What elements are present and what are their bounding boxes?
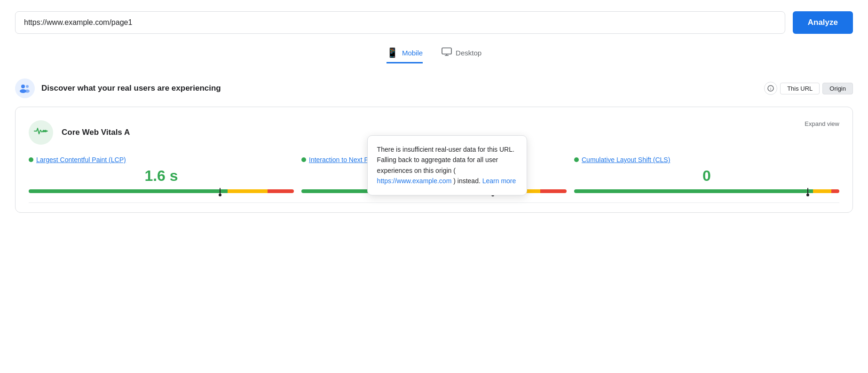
metric-cls: Cumulative Layout Shift (CLS) 0 <box>574 156 839 193</box>
tab-desktop-label: Desktop <box>456 49 481 57</box>
svg-point-3 <box>21 85 25 88</box>
section-title: Discover what your real users are experi… <box>41 84 221 93</box>
lcp-dot <box>29 157 33 162</box>
cls-dot <box>574 157 579 162</box>
lcp-value: 1.6 s <box>29 167 294 185</box>
tab-desktop[interactable]: Desktop <box>442 47 481 63</box>
cwv-icon <box>34 126 48 139</box>
url-origin-toggle: i This URL Origin <box>764 82 853 95</box>
tooltip-popup: There is insufficient real-user data for… <box>367 135 527 195</box>
tab-mobile-label: Mobile <box>402 49 423 57</box>
inp-dot <box>301 157 306 162</box>
analyze-button[interactable]: Analyze <box>793 11 853 34</box>
cls-bar <box>574 189 839 193</box>
lcp-bar <box>29 189 294 193</box>
device-tabs: 📱 Mobile Desktop <box>15 47 853 63</box>
section-avatar <box>15 78 35 98</box>
svg-point-10 <box>45 130 47 132</box>
svg-rect-0 <box>442 48 451 54</box>
this-url-toggle[interactable]: This URL <box>780 83 820 94</box>
section-title-group: Discover what your real users are experi… <box>15 78 221 98</box>
tab-mobile[interactable]: 📱 Mobile <box>387 47 423 63</box>
divider <box>29 202 839 203</box>
tooltip-link[interactable]: https://www.example.com <box>377 177 452 185</box>
info-icon[interactable]: i <box>764 82 777 95</box>
section-header: Discover what your real users are experi… <box>15 78 853 98</box>
svg-point-6 <box>25 90 30 93</box>
tooltip-learn-more[interactable]: Learn more <box>482 177 516 185</box>
cls-value: 0 <box>574 167 839 185</box>
desktop-icon <box>442 47 452 58</box>
origin-toggle[interactable]: Origin <box>822 83 853 94</box>
expand-view-link[interactable]: Expand view <box>805 120 839 127</box>
svg-point-4 <box>26 85 29 88</box>
svg-text:i: i <box>770 86 771 91</box>
tooltip-text-before: There is insufficient real-user data for… <box>377 146 514 174</box>
cwv-icon-wrapper <box>29 120 53 145</box>
url-input[interactable] <box>15 11 785 34</box>
cls-label[interactable]: Cumulative Layout Shift (CLS) <box>574 156 839 163</box>
lcp-label[interactable]: Largest Contentful Paint (LCP) <box>29 156 294 163</box>
cwv-title: Core Web Vitals A <box>62 128 130 137</box>
mobile-icon: 📱 <box>387 47 398 58</box>
url-bar-row: Analyze <box>15 11 853 34</box>
main-card: There is insufficient real-user data for… <box>15 107 853 213</box>
metric-lcp: Largest Contentful Paint (LCP) 1.6 s <box>29 156 301 193</box>
tooltip-text-after: ) instead. <box>453 177 482 185</box>
